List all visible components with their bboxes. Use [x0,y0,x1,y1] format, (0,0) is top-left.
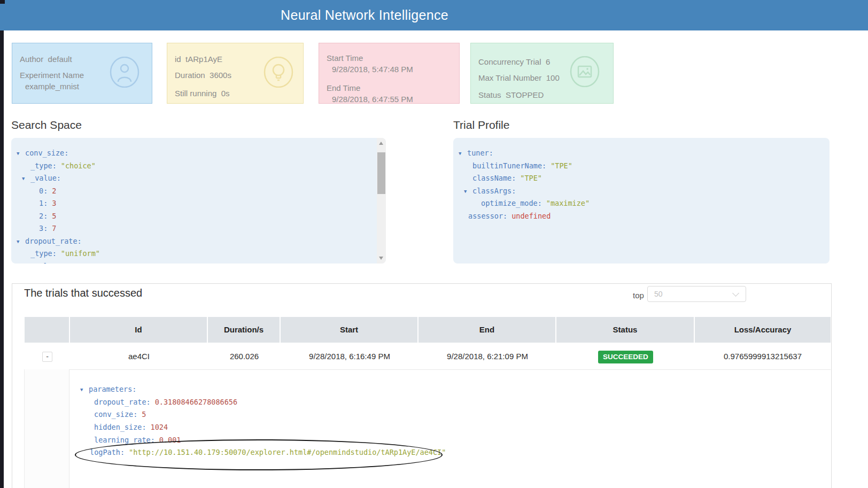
tree-key: builtinTunerName: [472,161,546,170]
cell-id: ae4CI [70,343,208,369]
lightbulb-icon [263,57,294,88]
scrollbar[interactable] [377,138,386,264]
tree-leaf: learning_rate:0.001 [75,434,446,447]
collapse-arrow-icon[interactable]: ▼ [80,384,89,397]
cell-status: SUCCEEDED [556,343,695,369]
still-running-label: Still running 0s [175,88,230,99]
tree-leaf: 0:2 [11,185,386,198]
person-icon [109,57,140,88]
concurrency-label: Concurrency Trial 6 [478,57,550,67]
experiment-name-label: Experiment Name [20,70,84,81]
end-time-value: 9/28/2018, 6:47:55 PM [332,94,413,105]
tree-leaf: conv_size:5 [75,408,446,421]
cell-duration: 260.026 [208,343,281,369]
tree-key: dropout_rate: [94,398,151,406]
tree-key: 3: [39,224,48,233]
status-card: Concurrency Trial 6 Max Trial Number 100… [470,43,614,104]
tree-key: optimize_mode: [481,199,542,207]
start-time-value: 9/28/2018, 5:47:48 PM [332,64,413,75]
collapse-arrow-icon[interactable]: ▼ [459,148,467,160]
column-header-id: Id [70,317,208,343]
column-header-loss: Loss/Accuracy [695,317,831,343]
status-label: Status STOPPED [478,90,544,100]
collapse-arrow-icon[interactable]: ▼ [22,261,30,264]
nni-dashboard: Neural Network Intelligence Author defau… [0,0,868,488]
tree-key: logPath: [90,448,125,456]
tree-node: ▼conv_size: [11,147,386,160]
duration-value: 3600s [210,71,231,80]
id-label: id tARp1AyE [175,54,222,65]
table-row: - ae4CI 260.026 9/28/2018, 6:16:49 PM 9/… [25,343,831,370]
max-trial-label: Max Trial Number 100 [478,73,560,83]
top-select[interactable]: 50 [647,286,746,302]
collapse-arrow-icon[interactable]: ▼ [22,173,30,185]
expanded-row-gutter [24,369,69,488]
column-header-end: End [418,317,556,343]
start-time-label: Start Time [327,53,363,64]
still-running-value: 0s [221,89,230,98]
top-select-value: 50 [654,290,663,298]
tree-value: 7 [52,224,56,233]
end-time-label: End Time [327,83,360,94]
tree-value: 5 [52,212,56,220]
scroll-up-icon[interactable] [379,142,383,145]
trial-profile-json-tree: ▼tuner: builtinTunerName:"TPE" className… [453,147,830,222]
tree-value: 0.31808466278086656 [155,398,237,406]
tree-leaf: 2:5 [11,210,386,223]
tree-node: ▼classArgs: [453,185,830,198]
scroll-down-icon[interactable] [379,257,383,260]
column-header-duration: Duration/s [208,317,281,343]
tree-value: 0.001 [159,436,181,444]
tree-key: learning_rate: [94,436,155,444]
trial-profile-title: Trial Profile [453,119,509,131]
status-value: STOPPED [506,90,544,99]
experiment-name-value: example_mnist [25,81,79,92]
tree-value: undefined [511,212,551,220]
page-title: Neural Network Intelligence [0,0,729,30]
tree-key: _value: [30,174,61,182]
tree-value: "choice" [61,161,96,170]
tree-key: parameters: [89,385,136,393]
tree-key: tuner: [467,149,493,157]
scrollbar-thumb[interactable] [377,152,385,194]
tree-key: 1: [39,199,48,207]
collapse-arrow-icon[interactable]: ▼ [17,236,25,249]
tree-value: "TPE" [551,161,572,170]
cell-start: 9/28/2018, 6:16:49 PM [281,343,418,369]
window-edge [0,30,4,488]
app-header: Neural Network Intelligence [0,0,868,30]
search-space-json-tree: ▼conv_size: _type:"choice" ▼_value: 0:2 … [11,147,386,264]
collapse-row-button[interactable]: - [42,352,52,362]
trial-profile-panel: ▼tuner: builtinTunerName:"TPE" className… [453,138,830,264]
time-card: Start Time 9/28/2018, 5:47:48 PM End Tim… [319,43,460,104]
tree-key: _type: [30,249,57,258]
collapse-arrow-icon[interactable]: ▼ [17,148,25,160]
tree-key: 0: [39,187,48,195]
tree-leaf: 3:7 [11,222,386,235]
tree-leaf: _type:"choice" [11,160,386,173]
tree-value: 2 [52,187,56,195]
concurrency-value: 6 [546,57,550,66]
cell-loss: 0.9765999913215637 [695,343,831,369]
tree-key: _value: [30,262,61,264]
window-edge-notch [0,0,5,4]
trials-table: Id Duration/s Start End Status Loss/Accu… [25,317,831,370]
tree-value: "TPE" [520,174,542,182]
top-label: top [633,291,644,300]
author-label: Author default [20,54,72,65]
tree-key: hidden_size: [94,423,146,431]
tree-value: 3 [52,199,56,207]
table-header-row: Id Duration/s Start End Status Loss/Accu… [25,317,831,343]
collapse-arrow-icon[interactable]: ▼ [464,185,472,198]
tree-leaf: 1:3 [11,197,386,210]
tree-value: "maximize" [546,199,590,207]
column-header-status: Status [556,317,695,343]
status-badge: SUCCEEDED [598,351,653,363]
tree-value: 1024 [151,423,168,431]
max-trial-value: 100 [546,73,560,82]
id-value: tARp1AyE [185,55,222,64]
trials-title: The trials that successed [24,287,142,299]
tree-key: 2: [39,212,48,220]
tree-leaf: assessor:undefined [453,210,830,223]
experiment-card: Author default Experiment Name example_m… [12,43,152,104]
